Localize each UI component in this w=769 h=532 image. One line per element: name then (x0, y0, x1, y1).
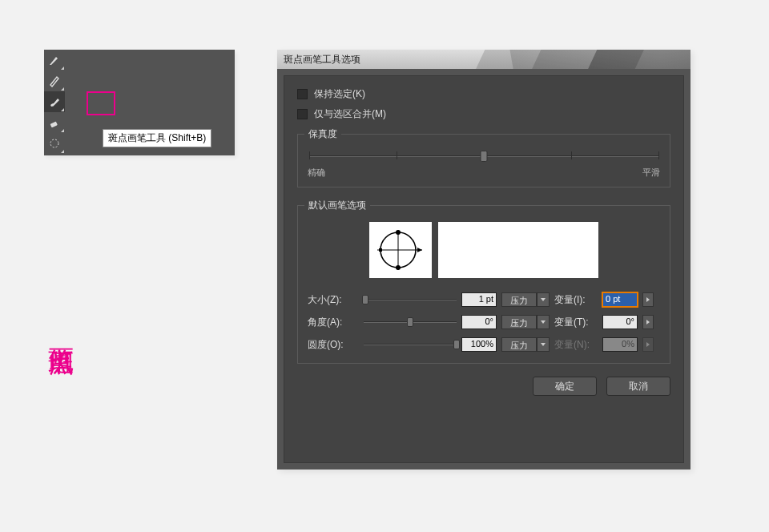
fidelity-legend: 保真度 (304, 127, 341, 141)
fidelity-fieldset: 保真度 精确 平滑 (297, 134, 670, 187)
angle-var-label: 变量(T): (554, 316, 598, 329)
svg-rect-8 (379, 248, 382, 252)
svg-point-7 (396, 265, 401, 270)
dialog-title: 斑点画笔工具选项 (284, 54, 360, 65)
angle-slider[interactable] (364, 317, 457, 327)
dropdown-arrow-icon[interactable] (537, 315, 550, 329)
checkbox-merge-selection-label: 仅与选区合并(M) (314, 107, 386, 121)
dialog-titlebar[interactable]: 斑点画笔工具选项 (277, 50, 690, 69)
size-var-label: 变量(I): (554, 293, 598, 307)
tool-tooltip: 斑点画笔工具 (Shift+B) (103, 129, 211, 147)
roundness-var-label: 变量(N): (554, 338, 598, 352)
checkbox-keep-selected-row: 保持选定(K) (297, 87, 670, 101)
fidelity-min-label: 精确 (308, 167, 325, 179)
angle-var-value[interactable]: 0° (602, 315, 638, 329)
angle-var-spinner[interactable] (642, 315, 654, 329)
size-label: 大小(Z): (308, 293, 359, 307)
tool-column (44, 50, 65, 154)
size-value[interactable]: 1 pt (461, 292, 497, 307)
angle-mode-label: 压力 (501, 315, 537, 329)
dialog-body: 保持选定(K) 仅与选区合并(M) 保真度 精确 平滑 (284, 75, 684, 463)
tool-eraser[interactable] (44, 112, 65, 133)
brush-defaults-fieldset: 默认画笔选项 大小(Z): (297, 205, 670, 364)
tool-brush[interactable] (44, 50, 65, 71)
size-mode-label: 压力 (501, 292, 537, 307)
brush-angle-preview[interactable] (369, 222, 432, 278)
size-var-value[interactable]: 0 pt (602, 292, 638, 307)
tool-blob-brush[interactable] (44, 91, 65, 112)
roundness-label: 圆度(O): (308, 338, 359, 352)
brush-preview-row (308, 222, 660, 278)
tool-pencil[interactable] (44, 71, 65, 91)
checkbox-keep-selected-label: 保持选定(K) (314, 87, 365, 101)
fidelity-slider[interactable] (309, 149, 658, 163)
dialog-footer: 确定 取消 (297, 377, 670, 396)
roundness-row: 圆度(O): 100% 压力 变量(N): 0% (308, 337, 660, 352)
angle-row: 角度(A): 0° 压力 变量(T): 0° (308, 315, 660, 329)
angle-mode-dropdown[interactable]: 压力 (501, 315, 550, 329)
roundness-mode-dropdown[interactable]: 压力 (501, 337, 550, 352)
fidelity-max-label: 平滑 (642, 167, 660, 179)
angle-value[interactable]: 0° (461, 315, 497, 329)
tool-palette: 斑点画笔工具 (Shift+B) (44, 50, 235, 155)
blob-brush-options-dialog: 斑点画笔工具选项 保持选定(K) 仅与选区合并(M) 保真度 精确 (277, 50, 690, 470)
roundness-var-value: 0% (602, 337, 638, 352)
dropdown-arrow-icon[interactable] (537, 292, 550, 307)
brush-stroke-preview (438, 222, 598, 278)
tool-scissors[interactable] (44, 133, 65, 154)
selection-highlight (87, 91, 115, 115)
ok-button[interactable]: 确定 (533, 377, 597, 396)
angle-label: 角度(A): (308, 316, 359, 329)
size-mode-dropdown[interactable]: 压力 (501, 292, 550, 307)
brush-defaults-legend: 默认画笔选项 (304, 199, 370, 212)
fidelity-slider-thumb[interactable] (481, 151, 488, 162)
svg-point-1 (50, 139, 58, 147)
svg-rect-0 (50, 121, 58, 127)
roundness-slider[interactable] (364, 340, 457, 349)
checkbox-merge-selection[interactable] (297, 109, 308, 119)
svg-marker-5 (417, 248, 422, 252)
roundness-var-spinner (642, 337, 654, 352)
roundness-value[interactable]: 100% (461, 337, 497, 352)
dropdown-arrow-icon[interactable] (537, 337, 550, 352)
svg-point-6 (396, 230, 401, 235)
roundness-mode-label: 压力 (501, 337, 537, 352)
size-row: 大小(Z): 1 pt 压力 变量(I): 0 pt (308, 292, 660, 307)
checkbox-merge-selection-row: 仅与选区合并(M) (297, 107, 670, 121)
cancel-button[interactable]: 取消 (606, 377, 670, 396)
checkbox-keep-selected[interactable] (297, 89, 308, 99)
size-var-spinner[interactable] (642, 292, 654, 307)
size-slider[interactable] (364, 295, 457, 304)
